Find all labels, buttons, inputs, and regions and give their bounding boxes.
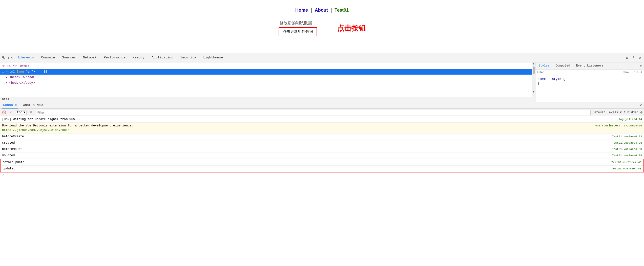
console-entry-hmr-text: [HMR] Waiting for update signal from WDS… <box>2 117 617 122</box>
page-text-group: 修改后的测试数据， 点击更新组件数据 <box>279 20 317 36</box>
console-entry-hmr: [HMR] Waiting for update signal from WDS… <box>0 116 644 123</box>
head-triangle: ► <box>6 76 7 79</box>
inspect-element-icon[interactable] <box>1 55 7 61</box>
nav-sep2: | <box>331 8 332 13</box>
breadcrumb-html[interactable]: html <box>2 98 9 101</box>
breadcrumb: html <box>0 97 535 102</box>
styles-close-brace: } <box>537 82 539 85</box>
styles-filter-right: :hov .cls + <box>622 70 642 74</box>
console-highlighted-group: beforeUpdate Test01.vue?aee4:43 updated … <box>0 159 644 172</box>
console-section-divider: Console What's New ✕ <box>0 102 644 109</box>
tab-styles[interactable]: Styles <box>535 62 552 69</box>
scroll-down-area[interactable]: ▼ <box>532 91 535 94</box>
svg-rect-1 <box>9 57 11 59</box>
head-tag: <head> <box>9 76 20 79</box>
cls-button[interactable]: .cls <box>631 71 639 74</box>
nav-home[interactable]: Home <box>295 8 308 13</box>
clear-console-icon[interactable]: 🚫 <box>2 110 7 115</box>
tab-memory[interactable]: Memory <box>129 53 148 62</box>
devtools-toolbar: Elements Console Sources Network Perform… <box>0 53 644 62</box>
add-style-rule-button[interactable]: + <box>640 70 642 74</box>
update-component-button[interactable]: 点击更新组件数据 <box>279 27 317 36</box>
console-entry-updated-link[interactable]: Test01.vue?aee4:48 <box>611 167 641 170</box>
console-entry-beforemount-link[interactable]: Test01.vue?aee4:33 <box>612 148 642 151</box>
tab-sources[interactable]: Sources <box>58 53 79 62</box>
nav-about[interactable]: About <box>315 8 328 13</box>
settings-icon[interactable]: ⚙ <box>624 55 630 61</box>
console-filter-input[interactable] <box>36 110 591 115</box>
console-prompt[interactable]: > <box>0 172 644 178</box>
devtools-toolbar-icons <box>1 55 13 61</box>
tab-network[interactable]: Network <box>79 53 100 62</box>
console-entry-beforemount: beforeMount Test01.vue?aee4:33 <box>0 146 644 152</box>
body-triangle: ► <box>6 81 7 85</box>
styles-panel: Styles Computed Event Listeners » :hov .… <box>535 62 644 102</box>
close-console-icon[interactable]: ✕ <box>639 103 642 108</box>
body-tag: <body> <box>9 81 20 85</box>
console-output: [HMR] Waiting for update signal from WDS… <box>0 116 644 178</box>
styles-more-tabs[interactable]: » <box>638 64 644 68</box>
console-toolbar: 🚫 ⊘ top ▼ 👁 Default levels ▼ 1 hidden ⚙ <box>0 109 644 116</box>
console-entry-created-link[interactable]: Test01.vue?aee4:28 <box>612 141 642 144</box>
console-entry-mounted: mounted Test01.vue?aee4:38 <box>0 152 644 159</box>
click-label: 点击按钮 <box>337 24 366 33</box>
head-close: </head> <box>22 76 35 79</box>
console-entry-beforecreate-link[interactable]: Test01.vue?aee4:23 <box>612 135 642 138</box>
nav-sep1: | <box>311 8 312 13</box>
scroll-up-arrow[interactable]: ▲ <box>532 62 535 65</box>
tab-application[interactable]: Application <box>148 53 177 62</box>
element-html-selected[interactable]: … <html lang="en"> == $0 <box>0 69 535 75</box>
console-entry-hmr-link[interactable]: log.js?1afd:24 <box>619 118 642 121</box>
console-entry-beforecreate-text: beforeCreate <box>2 134 610 139</box>
tab-elements[interactable]: Elements <box>15 53 37 62</box>
console-entry-devtools-link[interactable]: vue.runtime.esm.js?2b0e:8429 <box>595 124 642 127</box>
styles-tabs: Styles Computed Event Listeners » <box>535 62 644 70</box>
tab-console-bottom[interactable]: Console <box>2 102 18 108</box>
nav-links: Home | About | Test01 <box>0 8 644 13</box>
element-head[interactable]: ► <head>…</head> <box>0 75 535 80</box>
scroll-down-arrow[interactable]: ▼ <box>532 91 535 94</box>
chevron-down-icon: ▼ <box>24 111 25 114</box>
console-entry-mounted-text: mounted <box>2 153 610 158</box>
devtools-toolbar-right: ⚙ ⋮ ✕ <box>624 55 643 61</box>
console-entry-devtools-text: Download the Vue Devtools extension for … <box>2 123 593 132</box>
console-entry-mounted-link[interactable]: Test01.vue?aee4:38 <box>612 154 642 157</box>
console-levels-button[interactable]: Default levels ▼ <box>593 111 622 114</box>
devtools-url[interactable]: https://github.com/vuejs/vue-devtools <box>2 128 69 132</box>
tab-performance[interactable]: Performance <box>100 53 129 62</box>
ban-icon[interactable]: ⊘ <box>9 110 14 115</box>
nav-test01[interactable]: Test01 <box>335 8 349 13</box>
console-settings-icon[interactable]: ⚙ <box>640 110 642 115</box>
console-entry-beforeupdate-link[interactable]: Test01.vue?aee4:43 <box>611 161 641 164</box>
tab-security[interactable]: Security <box>177 53 200 62</box>
close-devtools-icon[interactable]: ✕ <box>637 55 643 61</box>
tab-console[interactable]: Console <box>37 53 58 62</box>
devtools-body: <!DOCTYPE html> … <html lang="en"> == $0… <box>0 62 644 102</box>
scroll-thumb[interactable] <box>533 66 535 74</box>
elements-panel-inner: <!DOCTYPE html> … <html lang="en"> == $0… <box>0 63 535 86</box>
tab-lighthouse[interactable]: Lighthouse <box>200 53 226 62</box>
console-entry-beforemount-text: beforeMount <box>2 147 610 151</box>
html-tag: <html lang="en"> <box>6 70 35 74</box>
tab-whats-new[interactable]: What's New <box>22 102 44 108</box>
console-context-select[interactable]: top ▼ <box>16 110 27 115</box>
eye-icon[interactable]: 👁 <box>29 110 34 115</box>
element-body[interactable]: ► <body>…</body> <box>0 80 535 86</box>
styles-content: element.style { } <box>535 75 644 87</box>
device-toggle-icon[interactable] <box>8 55 13 61</box>
more-options-icon[interactable]: ⋮ <box>631 55 636 61</box>
equals-marker: == $0 <box>38 70 47 74</box>
page-body: 修改后的测试数据， 点击更新组件数据 点击按钮 <box>0 20 644 36</box>
tab-computed[interactable]: Computed <box>552 62 573 69</box>
console-entry-devtools: Download the Vue Devtools extension for … <box>0 123 644 134</box>
styles-filter-input[interactable] <box>537 71 620 74</box>
page-content: Home | About | Test01 修改后的测试数据， 点击更新组件数据… <box>0 0 644 53</box>
svg-rect-2 <box>11 57 12 59</box>
elements-panel[interactable]: <!DOCTYPE html> … <html lang="en"> == $0… <box>0 62 535 102</box>
hov-button[interactable]: :hov <box>622 71 630 74</box>
scroll-indicator[interactable]: ▲ ▼ <box>532 62 535 97</box>
element-doctype[interactable]: <!DOCTYPE html> <box>0 63 535 69</box>
console-entry-updated: updated Test01.vue?aee4:48 <box>1 166 643 172</box>
ellipsis: … <box>2 70 4 74</box>
tab-event-listeners[interactable]: Event Listeners <box>573 62 607 69</box>
